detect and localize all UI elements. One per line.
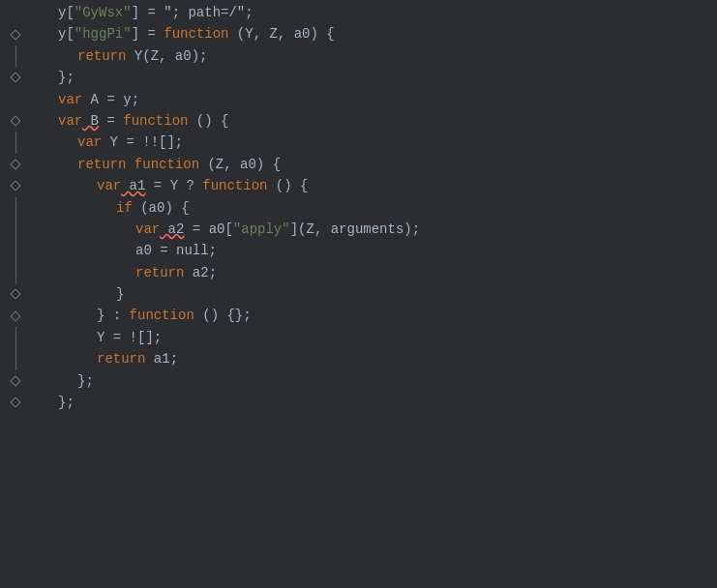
plain-token: }; xyxy=(77,370,94,392)
plain-token xyxy=(126,154,134,175)
plain-token: Y = !![]; xyxy=(102,132,183,153)
code-line: }; xyxy=(39,392,717,413)
keyword-token: var xyxy=(135,219,160,240)
gutter-icon[interactable] xyxy=(0,110,31,132)
gutter-icon[interactable] xyxy=(0,262,31,283)
keyword-token: function xyxy=(202,175,267,196)
plain-token: }; xyxy=(58,67,75,88)
keyword-token: var xyxy=(97,175,121,196)
plain-token: () { xyxy=(188,110,228,132)
plain-token: () { xyxy=(267,175,308,196)
plain-token: y[ xyxy=(58,23,75,44)
plain-token: = xyxy=(99,110,123,132)
gutter-icon[interactable] xyxy=(0,348,31,369)
gutter-icon[interactable] xyxy=(0,327,31,348)
keyword-token: if xyxy=(116,197,133,219)
code-line: return a1; xyxy=(39,348,717,369)
keyword-token: var xyxy=(58,110,82,132)
plain-token: y[ xyxy=(58,2,75,23)
gutter-icon[interactable] xyxy=(0,219,31,240)
code-line: y["hggPi"] = function (Y, Z, a0) { xyxy=(39,23,717,44)
gutter-icon[interactable] xyxy=(0,197,31,219)
code-line: return Y(Z, a0); xyxy=(39,45,717,67)
code-line: var a1 = Y ? function () { xyxy=(39,175,717,196)
gutter-icon[interactable] xyxy=(0,175,31,196)
plain-token: ] = "; path=/"; xyxy=(132,2,254,23)
code-line: var Y = !![]; xyxy=(39,132,717,153)
plain-token: ] = xyxy=(132,23,164,44)
plain-token: a1; xyxy=(145,348,178,369)
gutter-icon[interactable] xyxy=(0,132,31,153)
plain-token: } : xyxy=(97,305,130,326)
plain-token: () {}; xyxy=(194,305,252,326)
gutter-icon[interactable] xyxy=(0,67,31,88)
code-content[interactable]: y["GyWsx"] = "; path=/";y["hggPi"] = fun… xyxy=(31,0,717,588)
keyword-token: function xyxy=(130,305,194,326)
gutter-icon[interactable] xyxy=(0,305,31,326)
plain-token: Y = ![]; xyxy=(97,327,162,348)
gutter-icon[interactable] xyxy=(0,154,31,175)
code-line: } : function () {}; xyxy=(39,305,717,326)
code-line: return function (Z, a0) { xyxy=(39,154,717,175)
code-line: var A = y; xyxy=(39,89,717,110)
keyword-token: var xyxy=(77,132,102,153)
string-token: "apply" xyxy=(233,219,290,240)
keyword-token: return xyxy=(135,262,184,283)
code-line: return a2; xyxy=(39,262,717,283)
keyword-token: function xyxy=(134,154,199,175)
plain-token: Y(Z, a0); xyxy=(126,45,207,67)
plain-token: A = y; xyxy=(82,89,139,110)
gutter-icon[interactable] xyxy=(0,283,31,305)
code-line: if (a0) { xyxy=(39,197,717,219)
string-token: "GyWsx" xyxy=(75,2,132,23)
code-editor: y["GyWsx"] = "; path=/";y["hggPi"] = fun… xyxy=(0,0,717,588)
plain-token: = Y ? xyxy=(145,175,202,196)
gutter-icon[interactable] xyxy=(0,392,31,413)
keyword-token: var xyxy=(58,89,82,110)
gutter-icon[interactable] xyxy=(0,240,31,261)
string-token: "hggPi" xyxy=(75,23,132,44)
code-line: }; xyxy=(39,67,717,88)
plain-token: }; xyxy=(58,392,75,413)
keyword-token: function xyxy=(164,23,228,44)
plain-token: a2; xyxy=(184,262,217,283)
code-line: }; xyxy=(39,370,717,392)
code-line: var a2 = a0["apply"](Z, arguments); xyxy=(39,219,717,240)
gutter-icon[interactable] xyxy=(0,45,31,67)
code-line: Y = ![]; xyxy=(39,327,717,348)
plain-token: a0 = null; xyxy=(135,240,217,261)
gutter-icon[interactable] xyxy=(0,370,31,392)
plain-token: (Y, Z, a0) { xyxy=(228,23,334,44)
gutter-icon[interactable] xyxy=(0,23,31,44)
gutter-icon xyxy=(0,2,31,23)
squiggle-token: a1 xyxy=(121,175,145,196)
plain-token: } xyxy=(116,283,124,305)
code-line: a0 = null; xyxy=(39,240,717,261)
code-line: y["GyWsx"] = "; path=/"; xyxy=(39,2,717,23)
plain-token: ](Z, arguments); xyxy=(290,219,420,240)
gutter-icon xyxy=(0,89,31,110)
plain-token: (a0) { xyxy=(133,197,190,219)
gutter xyxy=(0,0,31,588)
plain-token: = a0[ xyxy=(184,219,232,240)
squiggle-token: B xyxy=(82,110,99,132)
keyword-token: return xyxy=(77,154,126,175)
keyword-token: function xyxy=(123,110,188,132)
code-line: } xyxy=(39,283,717,305)
squiggle-token: a2 xyxy=(160,219,184,240)
plain-token: (Z, a0) { xyxy=(199,154,281,175)
keyword-token: return xyxy=(97,348,145,369)
code-line: var B = function () { xyxy=(39,110,717,132)
keyword-token: return xyxy=(77,45,126,67)
